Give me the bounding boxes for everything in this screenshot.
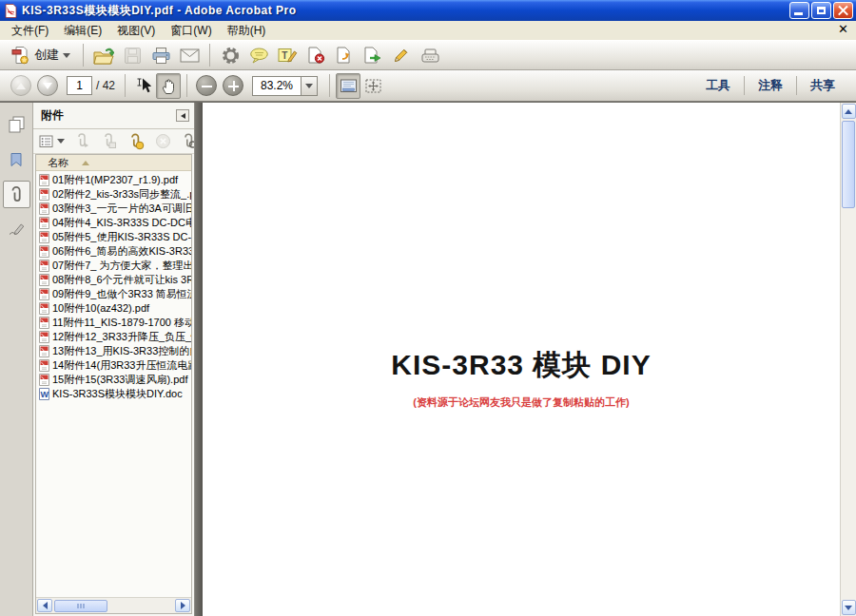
save-file-button[interactable]	[118, 43, 146, 68]
list-item[interactable]: 08附件8_6个元件就可让kis 3R3	[36, 273, 191, 287]
list-item[interactable]: 06附件6_简易的高效KIS-3R33..	[36, 244, 191, 259]
attachment-name: 09附件9_也做个3R33 简易恒流	[52, 287, 191, 301]
comment-bubble-icon	[249, 48, 269, 64]
collapse-panel-button[interactable]	[176, 109, 189, 122]
horizontal-scroll-thumb[interactable]	[54, 600, 107, 612]
menu-help[interactable]: 帮助(H)	[220, 21, 274, 41]
select-tool-button[interactable]	[131, 73, 156, 99]
toolbar-separator	[209, 44, 210, 67]
tools-pane-button[interactable]: 工具	[692, 77, 744, 94]
list-item[interactable]: 09附件9_也做个3R33 简易恒流	[36, 287, 191, 301]
minimize-button[interactable]	[789, 2, 809, 19]
pdf-file-icon	[39, 231, 49, 243]
chevron-down-icon	[57, 139, 65, 144]
close-document-icon[interactable]: ✕	[838, 23, 848, 36]
bookmarks-tab[interactable]	[3, 145, 30, 173]
scroll-left-button[interactable]	[37, 599, 52, 612]
list-item[interactable]: 15附件15(3R33调速风扇).pdf	[36, 373, 191, 387]
search-attachment-button[interactable]	[181, 133, 194, 149]
print-button[interactable]	[146, 43, 175, 68]
zoom-dropdown-button[interactable]	[302, 76, 318, 96]
scroll-up-button[interactable]	[842, 104, 856, 119]
horizontal-scrollbar[interactable]	[36, 597, 191, 613]
create-pdf-button[interactable]: 创建	[5, 43, 77, 68]
export-page-button[interactable]	[359, 43, 387, 68]
attachment-name: 10附件10(az432).pdf	[52, 301, 149, 316]
pdf-page[interactable]: KIS-3R33 模块 DIY (资料源于论坛网友我只是做了复制粘贴的工作)	[203, 103, 840, 616]
list-item[interactable]: 04附件4_KIS-3R33S DC-DC电源.	[36, 216, 191, 230]
list-item[interactable]: 03附件3_一元一片的3A可调旧.	[36, 202, 191, 216]
add-attachment-button[interactable]	[127, 133, 146, 150]
list-item[interactable]: 01附件1(MP2307_r1.9).pdf	[36, 173, 191, 187]
close-button[interactable]	[833, 2, 853, 19]
menu-edit[interactable]: 编辑(E)	[56, 21, 109, 41]
scrolling-mode-button[interactable]	[336, 73, 360, 99]
sticky-note-button[interactable]: T	[273, 43, 302, 68]
attachment-name: 11附件11_KIS-1879-1700 移动..	[52, 316, 191, 330]
name-column-header[interactable]: 名称	[36, 155, 191, 171]
menu-view[interactable]: 视图(V)	[109, 21, 163, 41]
delete-page-button[interactable]	[302, 43, 330, 68]
delete-attachment-button[interactable]	[155, 133, 171, 149]
attachments-tab[interactable]	[3, 181, 30, 208]
list-item[interactable]: WKIS-3R33S模块模块DIY.doc	[36, 387, 191, 401]
list-item[interactable]: 02附件2_kis-3r33s同步整流_.pd	[36, 187, 191, 202]
text-note-icon: T	[278, 47, 298, 64]
pdf-file-icon	[39, 359, 49, 372]
share-pane-button[interactable]: 共享	[797, 77, 848, 94]
settings-button[interactable]	[216, 43, 244, 68]
toolbar-separator	[83, 44, 84, 67]
comments-pane-button[interactable]: 注释	[745, 77, 796, 94]
page-thumbnails-tab[interactable]	[3, 110, 30, 138]
extract-page-icon	[336, 47, 354, 65]
vertical-scrollbar[interactable]	[840, 103, 856, 616]
page-number-input[interactable]	[67, 76, 92, 95]
hand-tool-button[interactable]	[156, 73, 181, 99]
list-item[interactable]: 07附件7_ 为方便大家，整理出.	[36, 259, 191, 273]
zoom-level-value[interactable]: 83.2%	[252, 76, 302, 96]
pdf-file-icon	[39, 374, 49, 386]
open-attachment-button[interactable]	[74, 133, 91, 149]
zoom-out-button[interactable]	[196, 75, 217, 96]
arrow-down-icon	[43, 83, 52, 89]
scroll-down-button[interactable]	[842, 600, 856, 615]
column-name-label: 名称	[48, 156, 68, 170]
svg-text:W: W	[40, 390, 49, 399]
list-item[interactable]: 11附件11_KIS-1879-1700 移动..	[36, 316, 191, 330]
vertical-scroll-thumb[interactable]	[842, 121, 855, 208]
next-page-button[interactable]	[37, 75, 58, 96]
zoom-in-button[interactable]	[223, 75, 243, 96]
fit-window-button[interactable]	[360, 73, 385, 99]
word-file-icon: W	[39, 388, 49, 400]
options-list-icon	[39, 135, 55, 148]
list-item[interactable]: 12附件12_3R33升降压_负压_恒	[36, 330, 191, 344]
attachments-panel-header: 附件	[33, 103, 194, 129]
comment-button[interactable]	[244, 43, 273, 68]
document-subtitle: (资料源于论坛网友我只是做了复制粘贴的工作)	[203, 395, 840, 410]
signatures-tab[interactable]	[3, 216, 30, 243]
menu-file[interactable]: 文件(F)	[4, 21, 56, 41]
list-item[interactable]: 05附件5_使用KIS-3R33S DC-DC.	[36, 230, 191, 244]
search-attachment-icon	[181, 133, 194, 149]
window-title: KIS-3R33S模块模块DIY.pdf - Adobe Acrobat Pro	[22, 3, 788, 19]
create-label: 创建	[34, 47, 59, 64]
pencil-tool-button[interactable]	[387, 43, 416, 68]
list-item[interactable]: 14附件14(用3R33升压恒流电路	[36, 358, 191, 373]
restore-button[interactable]	[811, 2, 831, 19]
list-item[interactable]: 10附件10(az432).pdf	[36, 301, 191, 316]
panel-options-button[interactable]	[39, 135, 65, 148]
zoom-level-combo[interactable]: 83.2%	[252, 76, 318, 96]
save-attachment-button[interactable]	[101, 133, 118, 149]
open-file-button[interactable]	[89, 43, 118, 68]
menu-window[interactable]: 窗口(W)	[163, 21, 219, 41]
email-button[interactable]	[175, 43, 204, 68]
acrobat-window: { "window": { "title": "KIS-3R33S模块模块DIY…	[0, 0, 856, 616]
typewriter-tool-button[interactable]	[416, 43, 444, 68]
scroll-right-button[interactable]	[175, 599, 190, 612]
pdf-file-icon	[39, 217, 49, 229]
previous-page-button[interactable]	[10, 75, 31, 96]
list-item[interactable]: 13附件13_用KIS-3R33控制的自.	[36, 344, 191, 358]
panel-splitter[interactable]	[195, 103, 203, 616]
extract-page-button[interactable]	[330, 43, 359, 68]
attachment-name: 07附件7_ 为方便大家，整理出.	[52, 259, 191, 273]
